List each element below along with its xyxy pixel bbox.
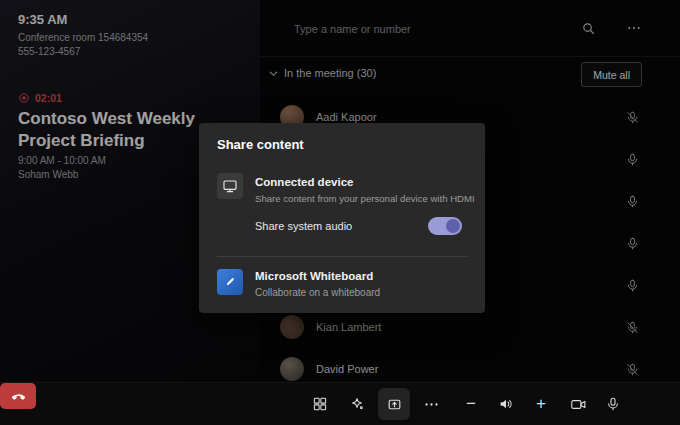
camera-button[interactable]	[562, 388, 594, 420]
hang-up-button[interactable]	[0, 383, 36, 409]
mic-icon	[605, 396, 621, 412]
volume-up-button[interactable]: +	[525, 388, 557, 420]
dialog-title: Share content	[217, 137, 304, 152]
dialog-divider	[217, 256, 467, 257]
mic-button[interactable]	[597, 388, 629, 420]
call-controls-bar: − +	[0, 382, 680, 425]
hang-up-icon	[10, 388, 27, 405]
grid-icon	[312, 396, 328, 412]
layout-grid-button[interactable]	[304, 388, 336, 420]
effects-button[interactable]	[341, 388, 373, 420]
volume-down-button[interactable]: −	[455, 388, 487, 420]
speaker-icon	[498, 396, 514, 412]
monitor-icon	[222, 178, 238, 194]
share-system-audio-toggle[interactable]	[428, 217, 462, 235]
camera-icon	[570, 396, 587, 413]
pen-icon	[223, 275, 237, 289]
share-content-dialog: Share content Connected device Share con…	[199, 123, 485, 313]
connected-device-subtitle: Share content from your personal device …	[255, 193, 475, 204]
teams-rooms-console: 9:35 AM Conference room 154684354 555-12…	[0, 0, 680, 425]
share-system-audio-label: Share system audio	[255, 220, 352, 232]
speaker-button[interactable]	[490, 388, 522, 420]
share-screen-icon	[386, 396, 403, 413]
toggle-knob	[446, 219, 460, 233]
more-actions-button[interactable]	[415, 388, 447, 420]
whiteboard-subtitle: Collaborate on a whiteboard	[255, 287, 380, 298]
microsoft-whiteboard-icon	[217, 269, 243, 295]
hdmi-device-icon	[217, 173, 243, 199]
ellipsis-icon	[423, 396, 440, 413]
connected-device-title: Connected device	[255, 176, 353, 188]
sparkle-icon	[349, 396, 365, 412]
share-content-button[interactable]	[378, 388, 410, 420]
whiteboard-title: Microsoft Whiteboard	[255, 270, 373, 282]
